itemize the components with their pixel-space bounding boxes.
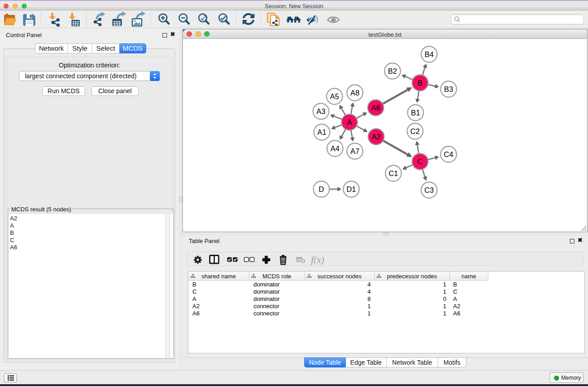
svg-text:B1: B1: [411, 109, 420, 117]
svg-text:D: D: [319, 185, 324, 193]
svg-text:A5: A5: [330, 92, 339, 100]
svg-text:B: B: [418, 79, 423, 87]
svg-text:C4: C4: [444, 150, 454, 158]
svg-text:f(x): f(x): [311, 254, 324, 265]
svg-text:A7: A7: [350, 147, 359, 155]
svg-text:A3: A3: [316, 107, 325, 115]
svg-text:A1: A1: [317, 128, 326, 136]
svg-text:A2: A2: [372, 133, 381, 141]
svg-text:B2: B2: [388, 67, 397, 75]
svg-text:C3: C3: [425, 186, 434, 194]
svg-text:C: C: [417, 157, 423, 166]
svg-text:B3: B3: [444, 85, 453, 93]
svg-text:C1: C1: [389, 169, 398, 177]
svg-text:D1: D1: [347, 185, 356, 193]
svg-text:A6: A6: [371, 104, 380, 112]
svg-text:C2: C2: [411, 127, 420, 135]
svg-text:B4: B4: [425, 50, 434, 58]
svg-text:A4: A4: [330, 144, 339, 152]
svg-text:A8: A8: [350, 89, 359, 97]
svg-text:A: A: [347, 118, 352, 126]
